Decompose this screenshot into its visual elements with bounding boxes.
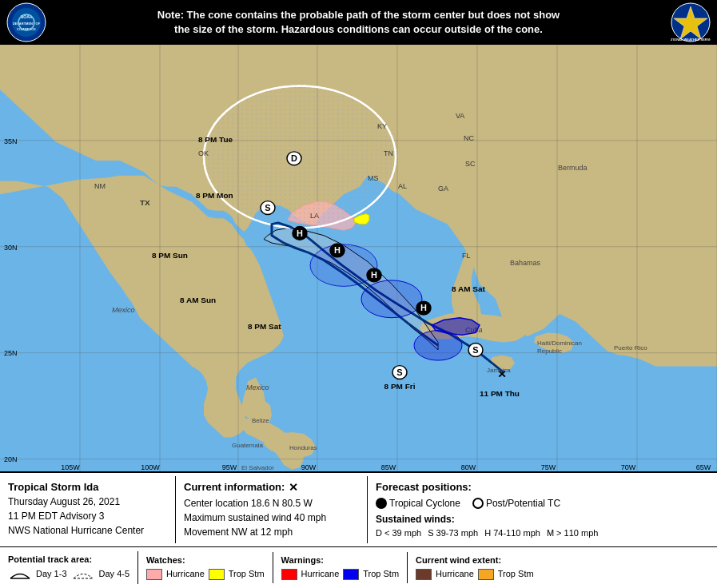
svg-text:H: H [297,228,303,238]
storm-advisory: 11 PM EDT Advisory 3 [8,509,167,523]
current-movement: Movement NW at 12 mph [184,525,359,539]
day45-icon [71,567,95,582]
info-top: Tropical Storm Ida Thursday August 26, 2… [0,473,717,547]
svg-text:OK: OK [198,149,209,157]
current-symbol: ✕ [289,479,298,496]
svg-text:8 PM Sun: 8 PM Sun [152,251,188,260]
winds-m: M > 110 mph [547,526,599,540]
warn-hurricane-label: Hurricane [301,568,340,580]
track-title: Potential track area: [8,554,92,566]
svg-text:Guatemala: Guatemala [232,442,264,449]
svg-text:H: H [420,304,427,313]
svg-text:AL: AL [398,182,407,190]
svg-text:8 PM Sat: 8 PM Sat [248,322,281,331]
current-location: Center location 18.6 N 80.5 W [184,496,359,511]
svg-text:105W: 105W [61,463,80,471]
info-panel: Tropical Storm Ida Thursday August 26, 2… [0,471,717,588]
noaa-logo: NOAA DEPARTMENT OF COMMERCE [6,2,46,42]
current-wind: Maximum sustained wind 40 mph [184,511,359,525]
svg-text:35N: 35N [4,137,17,145]
warnings-title: Warnings: [281,554,324,566]
svg-point-30 [361,280,422,318]
svg-text:NM: NM [94,182,106,190]
svg-text:FL: FL [462,252,471,260]
svg-text:DEPARTMENT OF: DEPARTMENT OF [13,22,41,26]
svg-text:65W: 65W [696,463,711,471]
svg-text:30N: 30N [4,244,17,252]
svg-text:Republic: Republic [537,348,562,355]
forecast-title: Forecast positions: [376,479,709,495]
warn-trop-label: Trop Stm [363,568,399,580]
wind-title: Current wind extent: [416,554,501,566]
winds-s: S 39-73 mph [428,526,478,540]
svg-text:Bahamas: Bahamas [510,259,541,267]
wind-legend: Current wind extent: Hurricane Trop Stm [408,552,717,583]
storm-center: NWS National Hurricane Center [8,523,167,538]
svg-text:Mexico: Mexico [112,306,135,314]
watch-trop-label: Trop Stm [229,568,265,580]
tropical-cyclone-label: Tropical Cyclone [389,496,460,511]
svg-text:El Salvador: El Salvador [241,464,274,471]
svg-text:Honduras: Honduras [289,445,317,452]
warnings-legend: Warnings: Hurricane Trop Stm [273,552,408,583]
wind-hurricane-label: Hurricane [436,568,474,580]
svg-point-29 [414,331,462,360]
svg-text:KY: KY [377,122,387,130]
svg-text:Bermuda: Bermuda [558,165,588,173]
svg-text:TN: TN [384,149,393,157]
nws-logo: NATIONAL WEATHER SERVICE [671,2,711,42]
tropical-cyclone-icon [376,498,387,509]
wind-trop-label: Trop Stm [498,568,534,580]
note-bar: NOAA DEPARTMENT OF COMMERCE Note: The co… [0,0,717,45]
warn-trop-color [343,569,359,580]
track-legend: Potential track area: Day 1-3 Day 4-5 [0,551,138,584]
svg-text:90W: 90W [301,463,317,471]
svg-text:SC: SC [465,160,475,168]
svg-text:LA: LA [310,212,319,220]
svg-text:Mexico: Mexico [246,384,269,392]
svg-text:S: S [396,368,402,377]
svg-text:S: S [265,203,270,213]
svg-text:Belize: Belize [252,417,269,424]
svg-text:H: H [334,246,341,256]
current-info-title: Current information: [184,479,285,495]
svg-text:8 AM Sun: 8 AM Sun [180,296,216,304]
info-bottom: Potential track area: Day 1-3 Day 4-5 [0,547,717,588]
winds-d: D < 39 mph [376,526,421,540]
warn-hurricane-color [281,569,297,580]
svg-text:Puerto Rico: Puerto Rico [614,344,647,352]
svg-text:H: H [371,270,377,280]
day45-label: Day 4-5 [99,568,130,580]
main-container: NOAA DEPARTMENT OF COMMERCE Note: The co… [0,0,717,588]
svg-text:70W: 70W [621,463,636,471]
map-area: ✕ S S H H H H S D 11 PM Thu 8 PM [0,45,717,471]
svg-text:25N: 25N [4,350,17,358]
svg-text:20N: 20N [4,456,17,464]
svg-text:NC: NC [464,134,474,142]
current-info-section: Current information: ✕ Center location 1… [176,476,368,543]
svg-text:8 PM Tue: 8 PM Tue [198,135,233,144]
wind-hurricane-color [416,569,432,580]
note-text: Note: The cone contains the probable pat… [157,8,560,37]
svg-text:80W: 80W [461,463,476,471]
svg-text:Haiti/Dominican: Haiti/Dominican [537,340,582,348]
storm-date: Thursday August 26, 2021 [8,495,167,509]
svg-text:85W: 85W [381,463,396,471]
post-tc-icon [472,498,484,509]
svg-text:GA: GA [438,185,448,193]
svg-text:8 AM Sat: 8 AM Sat [452,284,486,293]
watch-trop-color [209,569,225,580]
sustained-winds-label: Sustained winds: [376,514,455,525]
map-svg: ✕ S S H H H H S D 11 PM Thu 8 PM [0,45,717,471]
svg-text:S: S [472,345,478,355]
storm-name: Tropical Storm Ida [8,479,167,495]
watches-legend: Watches: Hurricane Trop Stm [138,552,273,583]
post-tc-label: Post/Potential TC [486,496,560,511]
svg-text:D: D [291,153,297,163]
svg-text:11 PM Thu: 11 PM Thu [480,389,520,398]
storm-info-section: Tropical Storm Ida Thursday August 26, 2… [0,476,176,543]
svg-text:95W: 95W [222,463,237,471]
svg-text:8 PM Fri: 8 PM Fri [384,382,416,391]
wind-trop-color [478,569,494,580]
svg-text:MS: MS [368,175,379,183]
